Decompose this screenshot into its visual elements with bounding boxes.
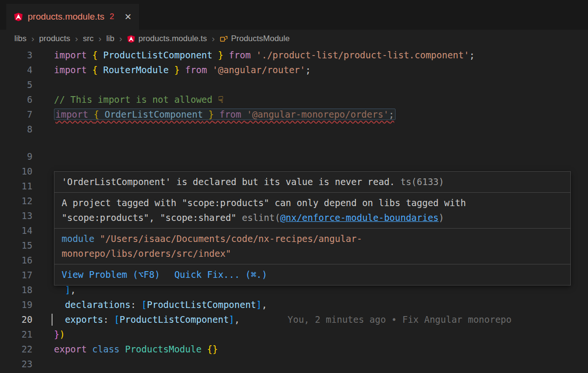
eslint-source-suffix: ) xyxy=(438,212,444,223)
tab-bar: products.module.ts 2 × xyxy=(0,0,588,30)
token: { xyxy=(92,65,103,75)
token xyxy=(54,299,65,310)
code-line-content[interactable]: // This import is not allowed ☟ xyxy=(54,92,588,107)
code-line-content[interactable] xyxy=(54,149,588,164)
token: class xyxy=(92,344,125,354)
token: ; xyxy=(389,109,394,120)
line-number: 20 xyxy=(0,312,32,327)
breadcrumb-separator: › xyxy=(98,33,102,44)
code-text: export class ProductsModule {} xyxy=(54,344,218,354)
code-line-21[interactable]: 21}) xyxy=(0,327,588,342)
token: OrderListComponent xyxy=(105,109,203,120)
token: } xyxy=(213,50,224,60)
token: '@angular-monorepo/orders' xyxy=(246,109,388,120)
line-number: 14 xyxy=(0,223,32,238)
code-line-6[interactable]: 6// This import is not allowed ☟ xyxy=(0,92,588,107)
breadcrumb-item-libs[interactable]: libs xyxy=(14,34,27,44)
code-line-4[interactable]: 4import { RouterModule } from '@angular/… xyxy=(0,63,588,77)
token: : xyxy=(103,314,114,325)
code-line-content[interactable]: declarations: [ProductListComponent], xyxy=(54,297,588,312)
line-number: 17 xyxy=(0,268,32,283)
eslint-rule-link[interactable]: @nx/enforce-module-boundaries xyxy=(280,212,439,223)
breadcrumb-item-products-module-ts[interactable]: products.module.ts xyxy=(127,34,207,44)
line-number: 4 xyxy=(0,63,32,77)
editor[interactable]: 3import { ProductListComponent } from '.… xyxy=(0,48,588,372)
breadcrumb-separator: › xyxy=(118,33,122,44)
code-line-content[interactable]: export class ProductsModule {} xyxy=(54,342,588,357)
token: ] xyxy=(229,314,234,325)
flagged-import-statement: import { OrderListComponent } from '@ang… xyxy=(54,109,396,120)
code-text: import { ProductListComponent } from './… xyxy=(54,50,475,60)
token: import xyxy=(54,65,92,75)
code-line-23[interactable]: 23 xyxy=(0,357,588,372)
code-line-content[interactable] xyxy=(54,122,588,137)
line-number: 6 xyxy=(0,92,32,107)
line-number: 8 xyxy=(0,122,32,137)
line-number: 15 xyxy=(0,238,32,253)
module-path-text: "/Users/isaac/Documents/code/nx-recipes/… xyxy=(100,233,362,244)
class-icon xyxy=(220,35,228,43)
code-line-content[interactable]: }) xyxy=(54,327,588,342)
token: , xyxy=(262,299,267,310)
token: './product-list/product-list.component' xyxy=(256,50,469,60)
breadcrumb-label: lib xyxy=(106,34,114,44)
token: from xyxy=(224,50,257,60)
quick-fix-button[interactable]: Quick Fix... (⌘.) xyxy=(174,267,267,282)
token: { xyxy=(92,50,103,60)
breadcrumb-item-src[interactable]: src xyxy=(83,34,94,44)
code-text: ], xyxy=(54,285,76,295)
breadcrumb-item-products[interactable]: products xyxy=(39,34,70,44)
git-blame-annotation: You, 2 minutes ago • Fix Angular monorep… xyxy=(288,314,512,325)
tab-products-module[interactable]: products.module.ts 2 × xyxy=(6,4,139,30)
breadcrumb-separator: › xyxy=(31,33,35,44)
code-line-9[interactable]: 9 xyxy=(0,149,588,164)
breadcrumb-item-productsmodule[interactable]: ProductsModule xyxy=(220,34,290,44)
code-line-8[interactable]: 8 xyxy=(0,122,588,137)
line-number: 7 xyxy=(0,107,32,122)
line-number: 13 xyxy=(0,208,32,223)
module-path-line2: monorepo/libs/orders/src/index" xyxy=(62,246,563,261)
line-number: 9 xyxy=(0,149,32,164)
line-number: 21 xyxy=(0,327,32,342)
code-line-22[interactable]: 22export class ProductsModule {} xyxy=(0,342,588,357)
error-hover-popup: 'OrderListComponent' is declared but its… xyxy=(54,171,571,285)
line-number: 23 xyxy=(0,357,32,372)
token: import xyxy=(54,50,92,60)
token: [ xyxy=(141,299,147,310)
token: declarations xyxy=(65,299,130,310)
breadcrumb-label: libs xyxy=(14,34,27,44)
close-icon[interactable]: × xyxy=(125,11,131,22)
breadcrumb-item-lib[interactable]: lib xyxy=(106,34,114,44)
code-line-5[interactable]: 5 xyxy=(0,77,588,92)
code-line-content[interactable]: import { RouterModule } from '@angular/r… xyxy=(54,63,588,77)
code-line-19[interactable]: 19 declarations: [ProductListComponent], xyxy=(0,297,588,312)
hover-module-info: module "/Users/isaac/Documents/code/nx-r… xyxy=(54,229,570,264)
token: [ xyxy=(114,314,119,325)
token: ☟ xyxy=(218,94,223,105)
breadcrumb: libs›products›src›lib›products.module.ts… xyxy=(0,30,588,48)
token: export xyxy=(54,344,92,354)
token: ProductsModule xyxy=(125,344,207,354)
hover-ts-message: 'OrderListComponent' is declared but its… xyxy=(54,172,570,192)
code-line-content[interactable]: import { ProductListComponent } from './… xyxy=(54,48,588,63)
code-line-content[interactable] xyxy=(54,357,588,372)
line-number: 5 xyxy=(0,77,32,92)
token: { xyxy=(94,109,105,120)
code-line-content[interactable] xyxy=(54,77,588,92)
code-line-content[interactable]: exports: [ProductListComponent],You, 2 m… xyxy=(54,312,588,327)
code-line-7[interactable]: 7import { OrderListComponent } from '@an… xyxy=(0,107,588,122)
view-problem-button[interactable]: View Problem (⌥F8) xyxy=(62,267,160,282)
token: ProductListComponent xyxy=(147,299,257,310)
code-line-content[interactable]: import { OrderListComponent } from '@ang… xyxy=(54,107,588,122)
hover-actions-bar: View Problem (⌥F8) Quick Fix... (⌘.) xyxy=(54,264,570,285)
angular-icon xyxy=(127,35,135,43)
code-text: declarations: [ProductListComponent], xyxy=(54,299,267,310)
token: from xyxy=(214,109,247,120)
code-text: import { RouterModule } from '@angular/r… xyxy=(54,65,311,75)
code-line-20[interactable]: 20 exports: [ProductListComponent],You, … xyxy=(0,312,588,327)
line-number: 11 xyxy=(0,179,32,194)
token: , xyxy=(235,314,240,325)
tab-label: products.module.ts xyxy=(28,11,105,22)
token: } xyxy=(54,329,59,340)
code-line-3[interactable]: 3import { ProductListComponent } from '.… xyxy=(0,48,588,63)
